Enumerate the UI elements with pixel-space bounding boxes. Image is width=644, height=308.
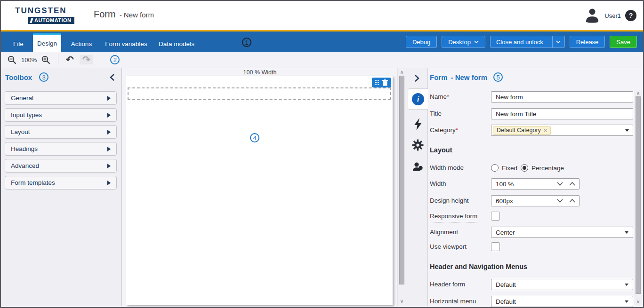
alignment-select[interactable]: Center (491, 227, 633, 238)
spinner-down-icon[interactable] (557, 199, 563, 203)
category-combobox[interactable]: Default Category × (491, 125, 633, 136)
spinner-up-icon[interactable] (569, 182, 575, 186)
title-input[interactable] (491, 108, 633, 119)
horizontal-menu-select[interactable]: Default (491, 296, 633, 307)
tab-accessibility[interactable] (408, 156, 428, 177)
use-viewport-checkbox[interactable] (491, 242, 500, 251)
tab-events[interactable] (408, 113, 428, 134)
logo-automation-badge: AUTOMATION (28, 17, 74, 24)
expand-panel-icon[interactable] (406, 74, 427, 82)
header-form-value: Default (496, 281, 516, 288)
category-chip-label: Default Category (497, 127, 541, 134)
category-label-text: Category (430, 126, 456, 134)
callout-3: 3 (39, 72, 48, 82)
title-label: Title (430, 108, 442, 119)
name-label: Name* (430, 91, 449, 103)
horizontal-menu-row: Horizontal menu Default (430, 296, 633, 307)
scrollbar-thumb[interactable] (636, 96, 641, 294)
use-viewport-row: Use viewport (430, 241, 633, 253)
menubar: File Design Actions Form variables Data … (1, 32, 643, 52)
zoom-in-icon[interactable] (41, 55, 51, 65)
expand-right-icon (107, 164, 111, 168)
spinner-up-icon[interactable] (569, 199, 575, 203)
expand-right-icon (107, 113, 111, 118)
horizontal-menu-label: Horizontal menu (430, 296, 476, 307)
scroll-up-icon[interactable]: ∧ (634, 90, 642, 96)
help-icon[interactable]: ? (625, 10, 636, 21)
expand-right-icon (107, 147, 111, 151)
alignment-label: Alignment (430, 227, 458, 238)
callout-1: 1 (242, 38, 251, 47)
tungsten-automation-logo: TUNGSTEN AUTOMATION (15, 6, 76, 24)
spinner-down-icon[interactable] (557, 182, 563, 186)
toolbox-list: General Input types Layout Headings Adva… (1, 91, 121, 190)
toolbox-item-input-types[interactable]: Input types (5, 108, 117, 122)
properties-tab-strip: i (406, 68, 428, 306)
trash-icon[interactable] (382, 79, 388, 86)
header-form-row: Header form Default (430, 279, 633, 290)
toolbox-item-general[interactable]: General (5, 91, 117, 105)
layout-section-heading: Layout (430, 146, 452, 154)
toolbar-separator (58, 54, 58, 65)
expand-right-icon (107, 130, 111, 134)
scrollbar-thumb[interactable] (399, 76, 404, 284)
alignment-row: Alignment Center (430, 227, 633, 238)
radio-fixed[interactable] (491, 164, 499, 172)
scroll-up-icon[interactable]: ∧ (398, 69, 406, 75)
page-title: Form - New form (94, 9, 154, 20)
canvas-width-label: 100 % Width (122, 68, 397, 76)
redo-icon[interactable]: ↷ (80, 55, 94, 64)
toolbox-item-layout[interactable]: Layout (5, 125, 117, 139)
width-row: Width 100 % (430, 178, 633, 190)
drag-handle-icon[interactable] (375, 80, 379, 86)
user-avatar-icon[interactable] (584, 7, 600, 24)
user-name[interactable]: User1 (604, 12, 621, 19)
width-mode-label: Width mode (430, 162, 464, 174)
tab-design[interactable]: Design (33, 33, 61, 52)
scroll-down-icon[interactable]: ∨ (398, 298, 406, 304)
scroll-down-icon[interactable]: ∨ (634, 299, 642, 304)
toolbox-item-headings[interactable]: Headings (5, 142, 117, 156)
responsive-form-checkbox[interactable] (491, 212, 500, 221)
device-dropdown-button[interactable]: Desktop (442, 36, 485, 48)
category-field-row: Category* Default Category × (430, 125, 633, 136)
nav-menus-section-heading: Header and Navigation Menus (430, 263, 527, 270)
properties-title-main: Form (430, 73, 448, 81)
tab-form-variables[interactable]: Form variables (102, 36, 151, 52)
dropdown-caret-icon (625, 284, 628, 286)
zoom-out-icon[interactable] (7, 55, 17, 65)
user-group-icon (412, 161, 424, 172)
design-height-stepper[interactable]: 600px (491, 195, 580, 206)
use-viewport-label: Use viewport (430, 241, 467, 253)
toolbox-item-advanced[interactable]: Advanced (5, 159, 117, 173)
debug-button[interactable]: Debug (406, 36, 437, 48)
properties-panel: Form - New form 5 Name* Title Category* … (428, 68, 634, 306)
undo-icon[interactable]: ↶ (65, 55, 74, 64)
close-and-unlock-label: Close and unlock (496, 39, 543, 46)
tab-general-info[interactable]: i (408, 88, 428, 110)
remove-chip-icon[interactable]: × (544, 127, 547, 134)
tab-data-models[interactable]: Data models (155, 36, 198, 52)
chevron-down-icon (474, 40, 479, 43)
toolbox-item-label: Input types (11, 111, 42, 118)
header-form-select[interactable]: Default (491, 279, 633, 290)
save-button[interactable]: Save (610, 36, 637, 48)
tab-settings[interactable] (408, 134, 428, 156)
width-stepper[interactable]: 100 % (491, 178, 580, 190)
expand-right-icon (107, 181, 111, 185)
page-title-sub: - New form (120, 11, 154, 19)
tab-actions[interactable]: Actions (66, 36, 97, 52)
form-design-canvas[interactable]: 4 (126, 76, 393, 305)
collapse-toolbox-icon[interactable] (110, 73, 115, 81)
menubar-actions: Debug Desktop Close and unlock Release (406, 36, 637, 48)
device-dropdown-label: Desktop (448, 39, 471, 46)
radio-percentage[interactable] (521, 164, 528, 172)
empty-form-row-dropzone[interactable] (128, 87, 391, 100)
toolbox-item-form-templates[interactable]: Form templates (5, 176, 117, 190)
name-input[interactable] (491, 91, 633, 103)
release-button[interactable]: Release (570, 36, 605, 48)
close-and-unlock-button[interactable]: Close and unlock (491, 36, 549, 47)
design-height-value: 600px (496, 197, 513, 205)
tab-file[interactable]: File (7, 36, 30, 52)
close-and-unlock-menu-toggle[interactable] (552, 36, 564, 47)
